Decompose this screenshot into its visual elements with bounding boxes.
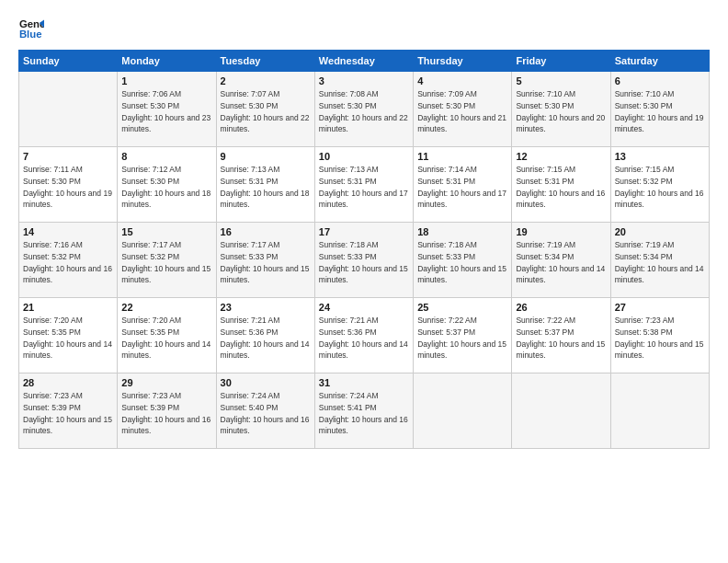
day-number: 6: [615, 75, 705, 86]
day-number: 9: [221, 151, 311, 162]
weekday-header-row: SundayMondayTuesdayWednesdayThursdayFrid…: [19, 51, 710, 72]
day-cell: 30 Sunrise: 7:24 AMSunset: 5:40 PMDaylig…: [216, 373, 314, 449]
day-info: Sunrise: 7:09 AMSunset: 5:30 PMDaylight:…: [417, 89, 506, 133]
day-info: Sunrise: 7:22 AMSunset: 5:37 PMDaylight:…: [516, 316, 605, 360]
day-info: Sunrise: 7:13 AMSunset: 5:31 PMDaylight:…: [319, 165, 408, 209]
day-cell: 10 Sunrise: 7:13 AMSunset: 5:31 PMDaylig…: [314, 147, 413, 223]
day-info: Sunrise: 7:13 AMSunset: 5:31 PMDaylight:…: [221, 165, 310, 209]
weekday-header-tuesday: Tuesday: [216, 51, 314, 72]
day-number: 18: [417, 226, 507, 237]
day-number: 1: [121, 75, 211, 86]
day-info: Sunrise: 7:07 AMSunset: 5:30 PMDaylight:…: [221, 89, 310, 133]
day-number: 26: [516, 302, 606, 313]
day-cell: 11 Sunrise: 7:14 AMSunset: 5:31 PMDaylig…: [414, 147, 512, 223]
day-cell: 15 Sunrise: 7:17 AMSunset: 5:32 PMDaylig…: [118, 223, 216, 298]
day-info: Sunrise: 7:20 AMSunset: 5:35 PMDaylight:…: [121, 316, 210, 360]
day-info: Sunrise: 7:19 AMSunset: 5:34 PMDaylight:…: [615, 240, 704, 284]
day-info: Sunrise: 7:24 AMSunset: 5:40 PMDaylight:…: [221, 391, 310, 435]
day-info: Sunrise: 7:23 AMSunset: 5:39 PMDaylight:…: [121, 391, 210, 435]
day-cell: 29 Sunrise: 7:23 AMSunset: 5:39 PMDaylig…: [118, 373, 216, 449]
day-cell: 22 Sunrise: 7:20 AMSunset: 5:35 PMDaylig…: [118, 298, 216, 373]
day-number: 12: [516, 151, 606, 162]
day-info: Sunrise: 7:12 AMSunset: 5:30 PMDaylight:…: [121, 165, 210, 209]
day-number: 16: [221, 226, 311, 237]
day-cell: 17 Sunrise: 7:18 AMSunset: 5:33 PMDaylig…: [314, 223, 413, 298]
day-number: 14: [23, 226, 113, 237]
day-cell: [610, 373, 709, 449]
day-number: 22: [121, 302, 211, 313]
weekday-header-sunday: Sunday: [19, 51, 118, 72]
day-cell: 8 Sunrise: 7:12 AMSunset: 5:30 PMDayligh…: [118, 147, 216, 223]
day-cell: 16 Sunrise: 7:17 AMSunset: 5:33 PMDaylig…: [216, 223, 314, 298]
day-number: 31: [319, 377, 409, 388]
weekday-header-thursday: Thursday: [414, 51, 512, 72]
day-info: Sunrise: 7:19 AMSunset: 5:34 PMDaylight:…: [516, 240, 605, 284]
day-info: Sunrise: 7:16 AMSunset: 5:32 PMDaylight:…: [23, 240, 112, 284]
day-info: Sunrise: 7:21 AMSunset: 5:36 PMDaylight:…: [319, 316, 408, 360]
weekday-header-wednesday: Wednesday: [314, 51, 413, 72]
day-info: Sunrise: 7:23 AMSunset: 5:39 PMDaylight:…: [23, 391, 112, 435]
day-number: 30: [221, 377, 311, 388]
day-cell: 12 Sunrise: 7:15 AMSunset: 5:31 PMDaylig…: [512, 147, 610, 223]
day-info: Sunrise: 7:15 AMSunset: 5:31 PMDaylight:…: [516, 165, 605, 209]
day-number: 27: [615, 302, 705, 313]
day-info: Sunrise: 7:20 AMSunset: 5:35 PMDaylight:…: [23, 316, 112, 360]
day-number: 20: [615, 226, 705, 237]
day-cell: [512, 373, 610, 449]
day-cell: 7 Sunrise: 7:11 AMSunset: 5:30 PMDayligh…: [19, 147, 118, 223]
day-cell: 20 Sunrise: 7:19 AMSunset: 5:34 PMDaylig…: [610, 223, 709, 298]
day-cell: 1 Sunrise: 7:06 AMSunset: 5:30 PMDayligh…: [118, 72, 216, 147]
day-number: 10: [319, 151, 409, 162]
day-number: 7: [23, 151, 113, 162]
week-row-0: 1 Sunrise: 7:06 AMSunset: 5:30 PMDayligh…: [19, 72, 710, 147]
weekday-header-friday: Friday: [512, 51, 610, 72]
day-cell: [414, 373, 512, 449]
day-info: Sunrise: 7:06 AMSunset: 5:30 PMDaylight:…: [121, 89, 210, 133]
day-number: 4: [417, 75, 507, 86]
day-cell: 4 Sunrise: 7:09 AMSunset: 5:30 PMDayligh…: [414, 72, 512, 147]
day-number: 19: [516, 226, 606, 237]
day-info: Sunrise: 7:10 AMSunset: 5:30 PMDaylight:…: [516, 89, 605, 133]
calendar-table: SundayMondayTuesdayWednesdayThursdayFrid…: [18, 50, 710, 449]
day-info: Sunrise: 7:11 AMSunset: 5:30 PMDaylight:…: [23, 165, 112, 209]
day-number: 11: [417, 151, 507, 162]
svg-text:Blue: Blue: [19, 29, 42, 40]
day-cell: 18 Sunrise: 7:18 AMSunset: 5:33 PMDaylig…: [414, 223, 512, 298]
logo: General Blue: [18, 17, 44, 42]
day-cell: 27 Sunrise: 7:23 AMSunset: 5:38 PMDaylig…: [610, 298, 709, 373]
day-number: 5: [516, 75, 606, 86]
day-number: 15: [121, 226, 211, 237]
day-number: 2: [221, 75, 311, 86]
day-number: 23: [221, 302, 311, 313]
week-row-3: 21 Sunrise: 7:20 AMSunset: 5:35 PMDaylig…: [19, 298, 710, 373]
weekday-header-monday: Monday: [118, 51, 216, 72]
day-cell: 5 Sunrise: 7:10 AMSunset: 5:30 PMDayligh…: [512, 72, 610, 147]
day-cell: 14 Sunrise: 7:16 AMSunset: 5:32 PMDaylig…: [19, 223, 118, 298]
day-cell: 19 Sunrise: 7:19 AMSunset: 5:34 PMDaylig…: [512, 223, 610, 298]
day-info: Sunrise: 7:22 AMSunset: 5:37 PMDaylight:…: [417, 316, 506, 360]
day-number: 25: [417, 302, 507, 313]
day-info: Sunrise: 7:10 AMSunset: 5:30 PMDaylight:…: [615, 89, 704, 133]
day-number: 17: [319, 226, 409, 237]
day-cell: 24 Sunrise: 7:21 AMSunset: 5:36 PMDaylig…: [314, 298, 413, 373]
weekday-header-saturday: Saturday: [610, 51, 709, 72]
day-info: Sunrise: 7:08 AMSunset: 5:30 PMDaylight:…: [319, 89, 408, 133]
day-info: Sunrise: 7:23 AMSunset: 5:38 PMDaylight:…: [615, 316, 704, 360]
day-info: Sunrise: 7:17 AMSunset: 5:33 PMDaylight:…: [221, 240, 310, 284]
day-cell: 6 Sunrise: 7:10 AMSunset: 5:30 PMDayligh…: [610, 72, 709, 147]
day-number: 8: [121, 151, 211, 162]
day-number: 13: [615, 151, 705, 162]
day-cell: 9 Sunrise: 7:13 AMSunset: 5:31 PMDayligh…: [216, 147, 314, 223]
page: General Blue SundayMondayTuesdayWednesda…: [0, 0, 728, 563]
day-number: 28: [23, 377, 113, 388]
day-number: 21: [23, 302, 113, 313]
day-info: Sunrise: 7:14 AMSunset: 5:31 PMDaylight:…: [417, 165, 506, 209]
day-cell: 31 Sunrise: 7:24 AMSunset: 5:41 PMDaylig…: [314, 373, 413, 449]
day-cell: 13 Sunrise: 7:15 AMSunset: 5:32 PMDaylig…: [610, 147, 709, 223]
day-cell: 26 Sunrise: 7:22 AMSunset: 5:37 PMDaylig…: [512, 298, 610, 373]
day-info: Sunrise: 7:18 AMSunset: 5:33 PMDaylight:…: [417, 240, 506, 284]
day-cell: 25 Sunrise: 7:22 AMSunset: 5:37 PMDaylig…: [414, 298, 512, 373]
day-info: Sunrise: 7:18 AMSunset: 5:33 PMDaylight:…: [319, 240, 408, 284]
day-cell: 3 Sunrise: 7:08 AMSunset: 5:30 PMDayligh…: [314, 72, 413, 147]
week-row-2: 14 Sunrise: 7:16 AMSunset: 5:32 PMDaylig…: [19, 223, 710, 298]
